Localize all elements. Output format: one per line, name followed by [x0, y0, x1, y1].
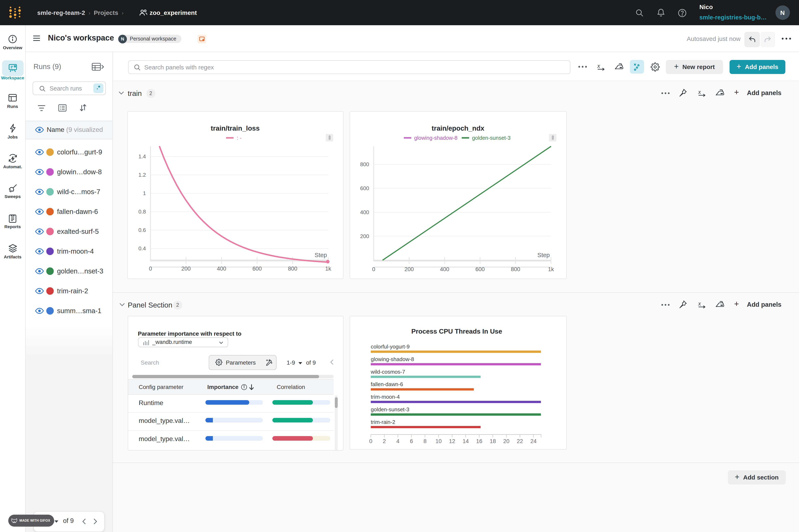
svg-text:24: 24 [530, 438, 536, 444]
svg-text:18: 18 [489, 438, 496, 444]
svg-text:glowing-shadow-8: glowing-shadow-8 [370, 356, 414, 362]
svg-text:800: 800 [511, 266, 520, 272]
svg-text:16: 16 [476, 438, 482, 444]
svg-text:0.4: 0.4 [138, 245, 146, 251]
svg-text:1.2: 1.2 [138, 172, 146, 178]
svg-text:800: 800 [360, 161, 369, 167]
svg-text:800: 800 [288, 266, 297, 272]
svg-text:8: 8 [423, 438, 426, 444]
svg-text:14: 14 [462, 438, 469, 444]
svg-text:Process CPU Threads In Use: Process CPU Threads In Use [411, 327, 502, 335]
svg-text:golden-sunset-3: golden-sunset-3 [472, 135, 511, 141]
svg-text:golden-sunset-3: golden-sunset-3 [370, 406, 409, 412]
svg-text:x: x [597, 62, 600, 69]
svg-text:1.4: 1.4 [138, 153, 146, 159]
svg-text:train/epoch_ndx: train/epoch_ndx [432, 125, 484, 132]
svg-text:200: 200 [360, 233, 369, 239]
svg-text:1k: 1k [325, 266, 331, 272]
svg-text:0: 0 [372, 266, 375, 272]
svg-text:fallen-dawn-6: fallen-dawn-6 [370, 381, 403, 387]
svg-text:glowing-shadow-8: glowing-shadow-8 [414, 135, 458, 141]
svg-text:x: x [698, 89, 701, 95]
svg-text:600: 600 [360, 185, 369, 191]
svg-text:x: x [698, 300, 701, 307]
svg-text:Step: Step [537, 252, 550, 258]
svg-text:20: 20 [503, 438, 509, 444]
svg-text:0.8: 0.8 [138, 209, 146, 215]
svg-text:12: 12 [449, 438, 455, 444]
svg-text:200: 200 [181, 266, 191, 272]
svg-text:4: 4 [396, 438, 399, 444]
svg-text:colorful-yogurt-9: colorful-yogurt-9 [370, 343, 410, 349]
svg-text:wild-cosmos-7: wild-cosmos-7 [370, 368, 405, 375]
svg-text:trim-rain-2: trim-rain-2 [370, 419, 395, 425]
svg-text:200: 200 [404, 266, 414, 272]
svg-text:22: 22 [517, 438, 523, 444]
svg-text:0: 0 [149, 266, 152, 272]
svg-text:10: 10 [435, 438, 441, 444]
svg-text:400: 400 [360, 209, 369, 215]
svg-text:2: 2 [383, 438, 386, 444]
svg-text:: -: : - [237, 135, 242, 141]
svg-text:1: 1 [143, 190, 146, 196]
svg-text:600: 600 [252, 266, 262, 272]
svg-text:400: 400 [217, 266, 226, 272]
svg-text:0: 0 [369, 438, 372, 444]
svg-text:Step: Step [315, 252, 327, 258]
svg-text:trim-moon-4: trim-moon-4 [370, 394, 400, 400]
svg-text:0.6: 0.6 [138, 227, 146, 233]
svg-text:600: 600 [475, 266, 484, 272]
svg-text:1k: 1k [548, 266, 554, 272]
svg-text:train/train_loss: train/train_loss [211, 125, 260, 132]
svg-text:6: 6 [410, 438, 413, 444]
svg-text:400: 400 [440, 266, 449, 272]
